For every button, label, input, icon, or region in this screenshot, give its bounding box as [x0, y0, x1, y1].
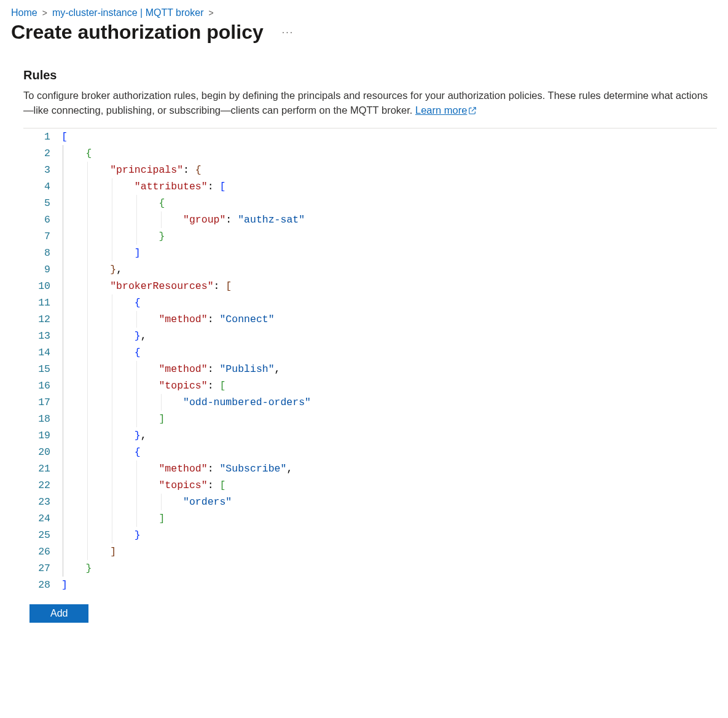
code-line: "method": "Subscribe",	[61, 460, 292, 477]
code-line: },	[61, 261, 122, 278]
line-number: 28	[23, 577, 61, 593]
code-line: [	[61, 128, 68, 145]
main-content: Rules To configure broker authorization …	[11, 68, 717, 623]
code-line: "odd-numbered-orders"	[61, 394, 311, 411]
line-number: 23	[23, 494, 61, 510]
learn-more-link[interactable]: Learn more	[415, 105, 477, 116]
code-line: },	[61, 328, 147, 344]
code-line: {	[61, 344, 141, 361]
page-title: Create authorization policy	[11, 21, 264, 44]
rules-description-text: To configure broker authorization rules,…	[23, 90, 708, 116]
line-number: 22	[23, 477, 61, 494]
more-icon[interactable]: ···	[282, 27, 294, 38]
code-line: "method": "Publish",	[61, 361, 281, 377]
line-number: 16	[23, 377, 61, 394]
line-number: 15	[23, 361, 61, 377]
code-line: {	[61, 294, 141, 311]
line-number: 10	[23, 278, 61, 294]
code-line: "topics": [	[61, 477, 225, 494]
code-line: {	[61, 444, 141, 460]
line-number: 2	[23, 145, 61, 162]
line-number: 17	[23, 394, 61, 411]
line-number: 20	[23, 444, 61, 460]
line-number: 21	[23, 460, 61, 477]
line-number: 7	[23, 228, 61, 245]
code-line: }	[61, 560, 92, 577]
line-number: 1	[23, 128, 61, 145]
line-number: 6	[23, 211, 61, 228]
chevron-right-icon: >	[42, 8, 47, 18]
line-number: 26	[23, 543, 61, 560]
code-line: ]	[61, 510, 165, 527]
breadcrumb-home[interactable]: Home	[11, 7, 37, 18]
code-line: ]	[61, 245, 141, 261]
code-line: }	[61, 228, 165, 245]
line-number: 24	[23, 510, 61, 527]
code-line: "brokerResources": [	[61, 278, 232, 294]
rules-heading: Rules	[23, 68, 717, 82]
line-number: 4	[23, 178, 61, 195]
code-line: }	[61, 527, 141, 543]
external-link-icon	[468, 105, 477, 119]
code-line: },	[61, 427, 147, 444]
line-number: 27	[23, 560, 61, 577]
breadcrumb: Home > my-cluster-instance | MQTT broker…	[11, 7, 717, 18]
chevron-right-icon: >	[208, 8, 213, 18]
breadcrumb-cluster[interactable]: my-cluster-instance | MQTT broker	[52, 7, 204, 18]
code-line: {	[61, 195, 165, 211]
line-number: 25	[23, 527, 61, 543]
line-number: 19	[23, 427, 61, 444]
json-editor[interactable]: 1[ 2 { 3 "principals": { 4 "attributes":…	[23, 128, 717, 593]
add-button[interactable]: Add	[29, 604, 88, 623]
line-number: 14	[23, 344, 61, 361]
code-line: {	[61, 145, 92, 162]
code-line: ]	[61, 577, 68, 593]
code-line: "attributes": [	[61, 178, 225, 195]
code-line: "method": "Connect"	[61, 311, 275, 328]
line-number: 11	[23, 294, 61, 311]
line-number: 8	[23, 245, 61, 261]
rules-description: To configure broker authorization rules,…	[23, 89, 717, 119]
code-line: "topics": [	[61, 377, 225, 394]
code-line: ]	[61, 411, 165, 427]
line-number: 5	[23, 195, 61, 211]
line-number: 13	[23, 328, 61, 344]
page-title-row: Create authorization policy ···	[11, 21, 717, 44]
code-line: "orders"	[61, 494, 232, 510]
line-number: 3	[23, 162, 61, 178]
code-line: ]	[61, 543, 116, 560]
code-line: "principals": {	[61, 162, 202, 178]
line-number: 12	[23, 311, 61, 328]
code-line: "group": "authz-sat"	[61, 211, 305, 228]
line-number: 9	[23, 261, 61, 278]
line-number: 18	[23, 411, 61, 427]
